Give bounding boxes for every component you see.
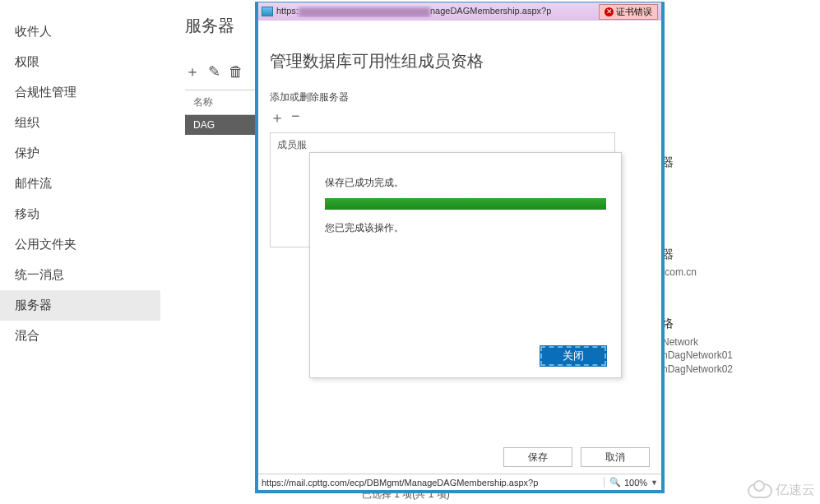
nav-permissions[interactable]: 权限 [15, 47, 160, 77]
zoom-icon: 🔍 [609, 477, 621, 488]
add-server-button[interactable]: ＋ [270, 108, 285, 127]
detail-network1: Network [662, 335, 733, 349]
blurred-url [299, 7, 430, 17]
dialog-body: 管理数据库可用性组成员资格 添加或删除服务器 ＋ − 成员服 保存已成功完成。 … [258, 21, 661, 441]
dialog-footer: 保存 取消 [258, 441, 661, 474]
nav-organization[interactable]: 组织 [15, 108, 160, 138]
progress-message-body: 您已完成该操作。 [325, 221, 606, 235]
progress-message-title: 保存已成功完成。 [325, 176, 606, 190]
detail-network2: nDagNetwork01 [662, 349, 733, 363]
close-button[interactable]: 关闭 [540, 346, 606, 366]
window-icon [262, 7, 273, 16]
zoom-control[interactable]: 🔍 100% ▼ [604, 477, 658, 488]
nav-mobile[interactable]: 移动 [15, 199, 160, 229]
cert-error-label: 证书错误 [616, 6, 652, 18]
nav-mailflow[interactable]: 邮件流 [15, 169, 160, 199]
nav-servers[interactable]: 服务器 [0, 290, 160, 321]
watermark-text: 亿速云 [776, 482, 815, 499]
detail-section1: 器 [662, 140, 733, 174]
dialog-heading: 管理数据库可用性组成员资格 [270, 50, 650, 72]
left-navigation: 收件人 权限 合规性管理 组织 保护 邮件流 移动 公用文件夹 统一消息 服务器… [0, 0, 160, 504]
delete-button[interactable]: 🗑 [229, 63, 243, 81]
detail-domain: .com.cn [662, 266, 733, 280]
add-button[interactable]: ＋ [185, 62, 200, 81]
progress-dialog: 保存已成功完成。 您已完成该操作。 关闭 [309, 152, 622, 378]
cert-error-badge[interactable]: ✕ 证书错误 [599, 4, 658, 20]
watermark: 亿速云 [748, 482, 815, 499]
progress-bar [325, 198, 606, 210]
dialog-titlebar[interactable]: https:nageDAGMembership.aspx?p ✕ 证书错误 [258, 2, 661, 21]
nav-recipients[interactable]: 收件人 [15, 16, 160, 47]
detail-section3: 络 [662, 301, 733, 335]
detail-pane: 器 器 .com.cn 络 Network nDagNetwork01 nDag… [662, 140, 733, 377]
titlebar-url: https:nageDAGMembership.aspx?p [276, 6, 595, 16]
detail-network3: nDagNetwork02 [662, 363, 733, 377]
nav-hybrid[interactable]: 混合 [15, 321, 160, 351]
nav-um[interactable]: 统一消息 [15, 260, 160, 290]
dialog-statusbar: https://mail.cpttg.com/ecp/DBMgmt/Manage… [258, 474, 661, 490]
nav-compliance[interactable]: 合规性管理 [15, 77, 160, 108]
zoom-dropdown-icon[interactable]: ▼ [651, 479, 658, 487]
watermark-cloud-icon [748, 483, 772, 498]
nav-protection[interactable]: 保护 [15, 138, 160, 169]
member-list-header: 成员服 [277, 139, 307, 150]
add-remove-toolbar: ＋ − [270, 108, 650, 127]
edit-button[interactable]: ✎ [208, 62, 220, 81]
detail-section2: 器 [662, 232, 733, 266]
dialog-subtitle: 添加或删除服务器 [270, 90, 650, 104]
cancel-button[interactable]: 取消 [581, 447, 650, 467]
cert-error-icon: ✕ [605, 7, 614, 16]
statusbar-url: https://mail.cpttg.com/ecp/DBMgmt/Manage… [262, 478, 599, 488]
save-button[interactable]: 保存 [503, 447, 572, 467]
zoom-value: 100% [624, 478, 647, 488]
remove-server-button[interactable]: − [291, 108, 300, 127]
dag-membership-dialog: https:nageDAGMembership.aspx?p ✕ 证书错误 管理… [255, 2, 665, 493]
nav-publicfolders[interactable]: 公用文件夹 [15, 229, 160, 260]
